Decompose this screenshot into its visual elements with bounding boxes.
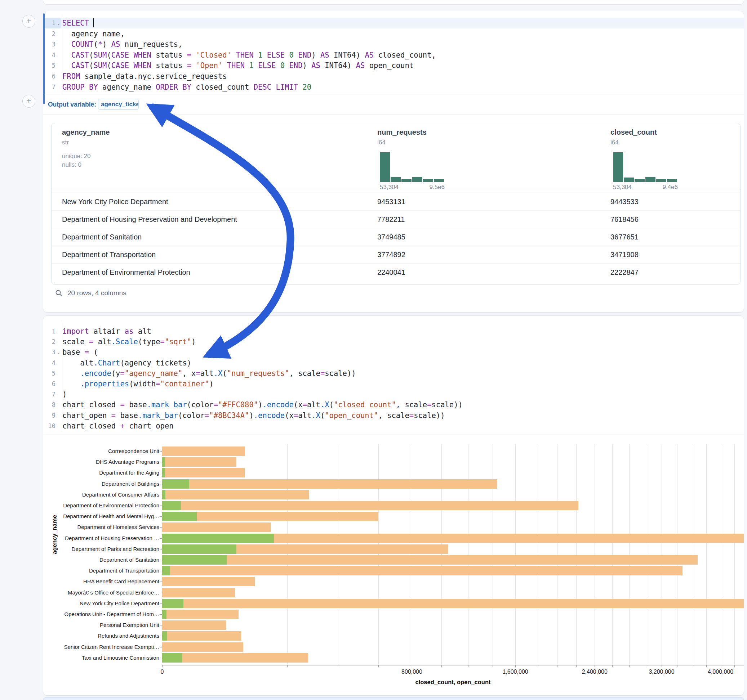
column-header-agency-name[interactable]: agency_name (62, 128, 110, 136)
closed-count-bar[interactable] (162, 447, 245, 456)
y-axis-tick (160, 647, 162, 647)
open-count-bar[interactable] (162, 501, 181, 510)
closed-count-histogram (613, 152, 678, 182)
line-number: 2 (42, 29, 56, 39)
closed-count-bar[interactable] (162, 490, 309, 499)
closed-count-bar[interactable] (162, 555, 698, 564)
table-row[interactable]: New York City Police Department945313194… (51, 193, 740, 211)
closed-count-bar[interactable] (162, 522, 271, 532)
code-line[interactable]: scale = alt.Scale(type="sqrt") (62, 336, 196, 347)
y-axis-title: agency_name (51, 515, 58, 554)
table-row[interactable]: Department of Sanitation37494853677651 (51, 228, 740, 246)
x-axis-tick-label: 800,000 (401, 669, 422, 675)
add-cell-button-2[interactable]: + (22, 95, 35, 108)
line-number: 4 (42, 358, 56, 368)
open-count-bar[interactable] (162, 566, 170, 575)
column-type: str (62, 139, 69, 146)
open-count-bar[interactable] (162, 653, 182, 662)
search-icon[interactable] (55, 290, 62, 297)
closed-count-bar[interactable] (162, 631, 241, 641)
y-axis-tick (160, 473, 162, 473)
y-axis-label: Operations Unit - Department of Hom… (43, 611, 159, 617)
open-count-bar[interactable] (162, 479, 189, 489)
code-line[interactable]: FROM sample_data.nyc.service_requests (62, 71, 227, 82)
line-number: 9 (42, 410, 56, 421)
closed-count-cell: 2222847 (611, 268, 638, 276)
open-count-bar[interactable] (162, 512, 197, 521)
closed-count-bar[interactable] (162, 479, 497, 489)
closed-count-bar[interactable] (162, 599, 744, 608)
open-count-bar[interactable] (162, 555, 227, 564)
closed-count-bar[interactable] (162, 588, 235, 597)
y-axis-label: Department for the Aging (43, 469, 159, 476)
code-line[interactable]: COUNT(*) AS num_requests, (62, 39, 182, 50)
closed-count-bar[interactable] (162, 468, 245, 477)
closed-count-bar[interactable] (162, 566, 682, 575)
divider (43, 434, 744, 435)
output-variable-pill[interactable]: agency_tickets (98, 99, 139, 110)
fold-toggle-icon[interactable]: ⌄ (57, 18, 60, 29)
code-line[interactable]: GROUP BY agency_name ORDER BY closed_cou… (62, 82, 312, 92)
code-line[interactable]: ) (62, 389, 67, 400)
y-axis-label: Mayorâ€ s Office of Special Enforce… (43, 590, 159, 596)
closed-count-bar[interactable] (162, 643, 243, 652)
row-count-label: 20 rows, 4 columns (67, 289, 127, 297)
code-line[interactable]: .properties(width="container") (62, 379, 214, 389)
closed-count-bar[interactable] (162, 653, 308, 662)
y-axis-tick (160, 603, 162, 604)
table-row[interactable]: Department of Housing Preservation and D… (51, 210, 740, 228)
code-line[interactable]: base = ( (62, 347, 98, 358)
open-count-bar[interactable] (162, 490, 165, 499)
y-axis-tick (160, 451, 162, 451)
gridline (721, 444, 721, 665)
results-table[interactable]: agency_name str unique: 20 nulls: 0 num_… (51, 123, 741, 285)
open-count-bar[interactable] (162, 457, 165, 467)
closed-count-bar[interactable] (162, 501, 578, 510)
histogram-bar (667, 180, 677, 182)
y-axis-tick (160, 549, 162, 549)
y-axis-label: Department of Transportation (43, 567, 159, 573)
y-axis-tick (160, 625, 162, 626)
num-requests-histogram (380, 152, 445, 182)
open-count-bar[interactable] (162, 631, 167, 641)
altair-bar-chart[interactable]: Correspondence UnitDHS Advantage Program… (43, 438, 744, 690)
line-number: 7 (42, 389, 56, 400)
gridline (537, 444, 537, 665)
closed-count-bar[interactable] (162, 609, 239, 619)
code-line[interactable]: agency_name, (62, 29, 125, 39)
open-count-bar[interactable] (162, 599, 183, 608)
histogram-bar (434, 180, 444, 182)
code-line[interactable]: chart_open = base.mark_bar(color="#8BC34… (62, 410, 445, 421)
y-axis-label: Correspondence Unit (43, 448, 159, 454)
y-axis-tick (160, 560, 162, 560)
agency-name-cell: Department of Sanitation (62, 233, 142, 241)
code-line[interactable]: CAST(SUM(CASE WHEN status = 'Closed' THE… (62, 50, 436, 60)
code-line[interactable]: CAST(SUM(CASE WHEN status = 'Open' THEN … (62, 60, 414, 71)
open-count-bar[interactable] (162, 545, 236, 554)
closed-count-cell: 9443533 (611, 198, 638, 206)
open-count-bar[interactable] (162, 468, 165, 477)
closed-count-bar[interactable] (162, 577, 255, 586)
closed-count-bar[interactable] (162, 620, 226, 630)
column-type: i64 (377, 139, 386, 146)
code-line[interactable]: alt.Chart(agency_tickets) (62, 358, 191, 368)
code-line[interactable]: chart_closed = base.mark_bar(color="#FFC… (62, 399, 463, 410)
open-count-bar[interactable] (162, 534, 274, 543)
y-axis-label: Department of Buildings (43, 481, 159, 487)
open-count-bar[interactable] (162, 609, 166, 619)
agency-name-cell: Department of Environmental Protection (62, 268, 190, 276)
fold-toggle-icon[interactable]: ⌄ (57, 347, 60, 358)
histogram-bar (401, 180, 411, 182)
line-number: 2 (42, 336, 56, 347)
code-line[interactable]: import altair as alt (62, 326, 151, 337)
closed-count-bar[interactable] (162, 457, 236, 467)
column-header-num-requests[interactable]: num_requests (377, 128, 426, 136)
add-cell-button[interactable]: + (22, 15, 35, 28)
code-line[interactable]: SELECT (62, 18, 93, 29)
column-header-closed-count[interactable]: closed_count (611, 128, 657, 136)
code-line[interactable]: chart_closed + chart_open (62, 421, 174, 431)
y-axis-tick (160, 636, 162, 636)
table-row[interactable]: Department of Environmental Protection22… (51, 263, 740, 281)
code-line[interactable]: .encode(y="agency_name", x=alt.X("num_re… (62, 368, 356, 379)
table-row[interactable]: Department of Transportation377489234719… (51, 246, 740, 264)
